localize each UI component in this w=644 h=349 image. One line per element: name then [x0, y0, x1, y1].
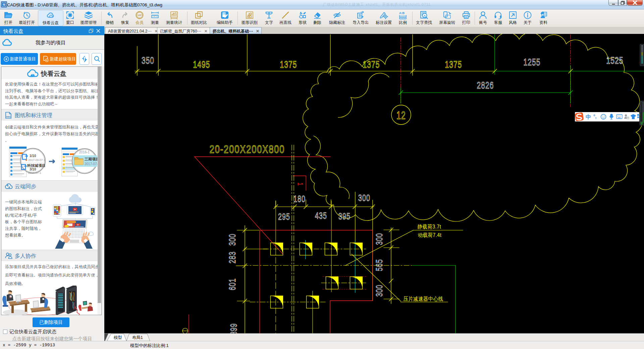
- svg-text:1375: 1375: [363, 59, 380, 69]
- svg-text:三期项目图: 三期项目图: [85, 157, 98, 161]
- svg-text:899: 899: [228, 323, 239, 333]
- svg-text:A: A: [424, 14, 426, 17]
- svg-text:300: 300: [358, 193, 370, 203]
- svg-text:A:B: A:B: [399, 11, 405, 15]
- svg-text:3/10: 3/10: [30, 167, 36, 171]
- svg-text:2826: 2826: [477, 80, 494, 90]
- svg-text:布局1: 布局1: [132, 335, 143, 340]
- svg-text:动载荷7.4t: 动载荷7.4t: [418, 232, 442, 238]
- svg-text:300: 300: [227, 234, 237, 246]
- svg-text:10: 10: [627, 117, 629, 119]
- svg-text:1495: 1495: [193, 59, 210, 69]
- svg-text:静载荷3.7t: 静载荷3.7t: [418, 223, 441, 230]
- svg-text:1375: 1375: [445, 59, 462, 69]
- svg-text:300: 300: [374, 285, 384, 297]
- svg-text:中: 中: [586, 114, 591, 120]
- svg-text:2017-09-07 1: 2017-09-07 1: [28, 158, 45, 162]
- svg-text:2016-1: 2016-1: [79, 150, 90, 154]
- svg-text:180: 180: [293, 194, 306, 204]
- svg-text:CAD: CAD: [222, 13, 226, 15]
- svg-text:1: 1: [296, 183, 304, 186]
- svg-text:°,: °,: [593, 114, 597, 119]
- svg-text:科技城项目: 科技城项目: [27, 163, 46, 167]
- svg-text:565: 565: [374, 259, 384, 271]
- svg-text:2017-07-07: 2017-07-07: [85, 162, 98, 166]
- svg-text:283: 283: [227, 251, 237, 263]
- svg-text:模型: 模型: [113, 335, 122, 340]
- svg-text:601: 601: [227, 278, 237, 290]
- svg-text:1375: 1375: [280, 59, 297, 69]
- svg-text:12: 12: [396, 109, 406, 121]
- svg-text:DWG: DWG: [6, 116, 10, 118]
- svg-text:295: 295: [278, 211, 290, 222]
- svg-text:看: 看: [3, 3, 5, 6]
- svg-text:1255: 1255: [524, 56, 541, 67]
- svg-text:2016-07-1: 2016-07-1: [28, 171, 41, 174]
- svg-text:435: 435: [315, 210, 327, 221]
- svg-text:20-200X200X800: 20-200X200X800: [210, 143, 285, 155]
- svg-text:VIP: VIP: [138, 14, 142, 17]
- svg-text:1/10: 1/10: [30, 154, 36, 158]
- svg-text:350: 350: [142, 55, 154, 65]
- svg-text:1525: 1525: [606, 55, 624, 65]
- svg-text:395: 395: [338, 211, 351, 221]
- svg-text:300: 300: [374, 233, 384, 245]
- svg-text:压片减速器中心线: 压片减速器中心线: [404, 296, 443, 302]
